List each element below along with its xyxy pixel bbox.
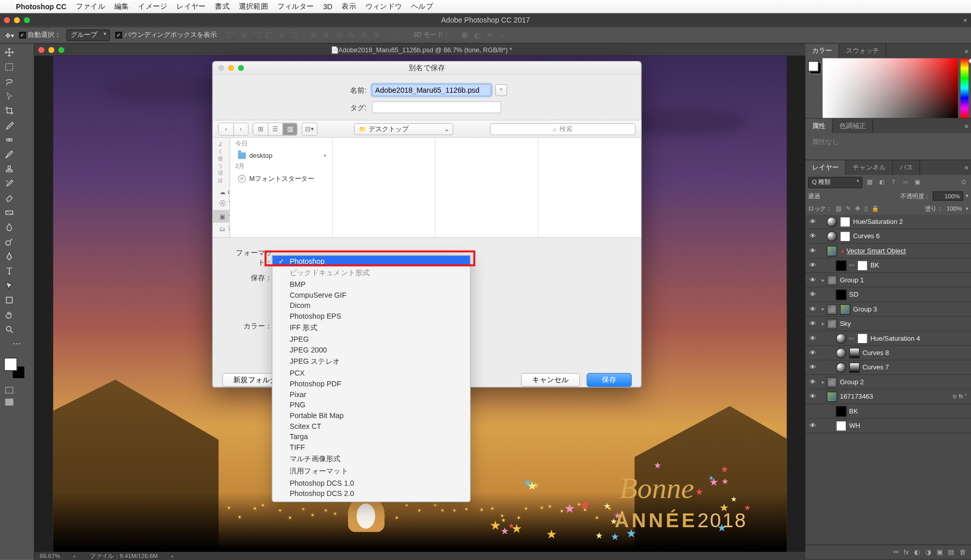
layer-name[interactable]: 167173463 [840, 393, 952, 400]
menu-image[interactable]: イメージ [138, 2, 167, 11]
layer-name[interactable]: Group 3 [853, 305, 967, 313]
color-picker[interactable] [805, 58, 971, 118]
layer-row[interactable]: 👁Curves 7 [805, 360, 971, 375]
path-tool-icon[interactable] [2, 278, 17, 293]
type-tool-icon[interactable] [2, 264, 17, 278]
layer-name[interactable]: Curves 6 [853, 233, 967, 240]
format-option[interactable]: Photoshop [272, 256, 470, 266]
bbox-checkbox[interactable]: ✓バウンディングボックスを表示 [115, 30, 217, 39]
visibility-icon[interactable]: 👁 [805, 378, 820, 385]
maximize-icon[interactable] [58, 47, 65, 53]
menu-type[interactable]: 書式 [215, 2, 229, 11]
history-brush-tool-icon[interactable] [2, 176, 17, 191]
layer-name[interactable]: WH [849, 422, 967, 429]
filter-adj-icon[interactable]: ◐ [877, 178, 886, 187]
layer-name[interactable]: Hue/Saturation 4 [871, 335, 967, 342]
layer-name[interactable]: Curves 8 [862, 349, 967, 356]
panel-menu-icon[interactable]: ≡ [965, 122, 969, 130]
format-option[interactable]: PNG [272, 400, 470, 410]
distribute-icon[interactable]: ⊪ [334, 30, 345, 40]
tab-swatch[interactable]: スウォッチ [839, 44, 886, 58]
panel-menu-icon[interactable]: ≡ [965, 47, 969, 54]
hand-tool-icon[interactable] [2, 307, 17, 322]
visibility-icon[interactable]: 👁 [805, 276, 820, 283]
visibility-icon[interactable]: 👁 [805, 291, 820, 298]
menu-help[interactable]: ヘルプ [411, 2, 433, 11]
layer-row[interactable]: 👁167173463⊙ fx ˅ [805, 389, 971, 404]
format-option[interactable]: マルチ画像形式 [272, 452, 470, 465]
minimize-icon[interactable] [14, 17, 20, 23]
format-option[interactable]: 汎用フォーマット [272, 465, 470, 478]
cancel-button[interactable]: キャンセル [521, 373, 580, 387]
location-dropdown[interactable]: デスクトップ [354, 123, 453, 135]
distribute-icon[interactable]: ⊪ [347, 30, 357, 40]
align-icon[interactable]: ⫎ [289, 30, 300, 40]
format-option[interactable]: Pixar [272, 389, 470, 400]
fx-icon[interactable]: fx [904, 549, 909, 556]
pen-tool-icon[interactable] [2, 249, 17, 263]
chevron-icon[interactable]: ▸ [820, 379, 826, 385]
format-option[interactable]: BMP [272, 279, 470, 289]
menu-edit[interactable]: 編集 [114, 2, 129, 11]
gradient-tool-icon[interactable] [2, 205, 17, 220]
lock-nest-icon[interactable]: ▯ [864, 205, 867, 212]
layer-name[interactable]: Hue/Saturation 2 [853, 218, 967, 225]
visibility-icon[interactable]: 👁 [805, 349, 820, 356]
filter-shape-icon[interactable]: ▱ [901, 178, 910, 187]
move-tool-icon[interactable] [2, 45, 17, 59]
column-view-button[interactable]: ▥ [282, 123, 297, 135]
window-controls[interactable] [4, 17, 30, 23]
close-icon[interactable] [218, 65, 224, 71]
menu-file[interactable]: ファイル [76, 2, 105, 11]
tab-properties[interactable]: 属性 [805, 118, 833, 133]
list-view-button[interactable]: ☰ [268, 123, 282, 135]
layer-row[interactable]: 👁▸Group 2 [805, 375, 971, 389]
layer-name[interactable]: Sky [840, 320, 967, 327]
app-name[interactable]: Photoshop CC [16, 3, 67, 11]
panel-close-icon[interactable]: × [963, 16, 967, 24]
chevron-icon[interactable]: ▸ [820, 321, 826, 327]
close-icon[interactable] [38, 47, 45, 53]
fwd-button[interactable]: › [233, 123, 248, 135]
group-icon[interactable]: ▣ [937, 549, 943, 556]
screenmode-icon[interactable] [2, 396, 17, 408]
lasso-tool-icon[interactable] [2, 74, 17, 89]
layer-row[interactable]: 👁▸Sky [805, 317, 971, 331]
distribute-icon[interactable]: ⊪ [359, 30, 370, 40]
format-option[interactable]: Photoshop PDF [272, 378, 470, 389]
format-option[interactable]: IFF 形式 [272, 321, 470, 334]
search-field[interactable]: ⌕検索 [490, 123, 636, 135]
minimize-icon[interactable] [48, 47, 54, 53]
visibility-icon[interactable]: 👁 [805, 305, 820, 313]
maximize-icon[interactable] [238, 65, 244, 71]
format-option[interactable]: JPEG 2000 [272, 344, 470, 355]
chevron-icon[interactable]: ▸ [820, 277, 826, 283]
edit-toolbar-icon[interactable]: ⋯ [2, 337, 33, 351]
brush-tool-icon[interactable] [2, 147, 17, 161]
align-icon[interactable]: ⫍ [226, 30, 237, 40]
layer-row[interactable]: 👁SD [805, 287, 971, 302]
layer-name[interactable]: BK [849, 407, 967, 414]
format-option[interactable]: Photoshop DCS 2.0 [272, 488, 470, 499]
lock-all-icon[interactable]: 🔒 [872, 205, 879, 212]
visibility-icon[interactable]: 👁 [805, 247, 820, 254]
format-dropdown[interactable]: Photoshopビックドキュメント形式BMPCompuServe GIFDic… [272, 255, 471, 502]
format-option[interactable]: PCX [272, 368, 470, 379]
group-button[interactable]: ⊟▾ [302, 123, 317, 135]
menu-layer[interactable]: レイヤー [176, 2, 206, 11]
layers-list[interactable]: 👁Hue/Saturation 2👁Curves 6👁▲Vector Smart… [805, 215, 971, 545]
file-info[interactable]: ファイル：8.41M/126.6M [90, 551, 158, 560]
layer-name[interactable]: SD [849, 291, 967, 298]
layer-row[interactable]: 👁Hue/Saturation 2 [805, 215, 971, 229]
fill-value[interactable]: 100% [946, 205, 962, 212]
heal-tool-icon[interactable] [2, 133, 17, 147]
panel-menu-icon[interactable]: ≡ [965, 164, 969, 171]
align-icon[interactable]: ≡ [276, 30, 287, 40]
visibility-icon[interactable]: 👁 [805, 262, 820, 269]
layer-row[interactable]: 👁⚯Hue/Saturation 4 [805, 331, 971, 346]
format-option[interactable]: Targa [272, 431, 470, 442]
opacity-value[interactable]: 100% [933, 192, 963, 201]
layer-row[interactable]: 👁▸Group 1 [805, 273, 971, 287]
link-layers-icon[interactable]: ⚯ [893, 549, 898, 556]
distribute-icon[interactable]: ⊪ [309, 30, 320, 40]
